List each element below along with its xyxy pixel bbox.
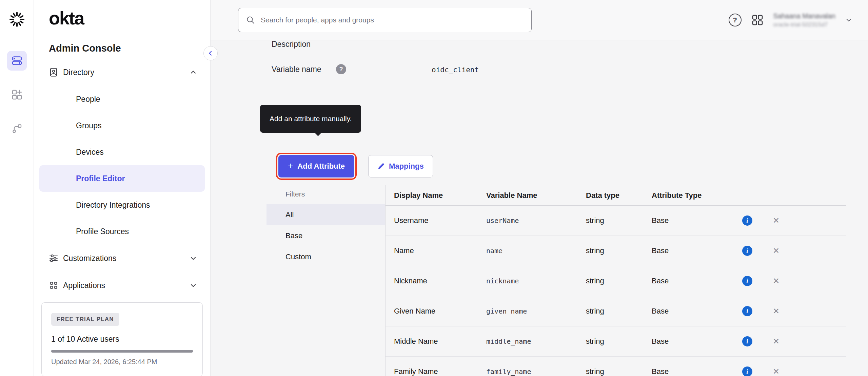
okta-admin-console: okta Admin Console Directory — [0, 0, 868, 376]
trial-updated-timestamp: Updated Mar 24, 2026, 6:25:44 PM — [51, 358, 193, 366]
sidebar-item[interactable]: Profile Sources — [39, 218, 205, 245]
data-type-cell: string — [586, 246, 652, 255]
variable-name-cell: name — [486, 247, 586, 255]
data-type-cell: string — [586, 337, 652, 346]
add-attribute-label: Add Attribute — [297, 162, 345, 171]
attribute-row: Family Name family_name string Base i ✕ — [386, 357, 846, 376]
search-input[interactable] — [261, 16, 524, 24]
data-type-cell: string — [586, 216, 652, 225]
plus-icon: + — [288, 161, 293, 171]
sidebar-item[interactable]: People — [39, 86, 205, 112]
sidebar-item[interactable]: Profile Editor — [39, 165, 205, 192]
table-body: Username userName string Base i ✕ Name n… — [386, 206, 846, 376]
filter-option[interactable]: All — [267, 204, 385, 225]
attribute-row: Name name string Base i ✕ — [386, 236, 846, 266]
filters-panel: Filters All Base Custom — [267, 185, 385, 267]
display-name-cell: Given Name — [394, 307, 486, 316]
data-type-cell: string — [586, 367, 652, 376]
remove-attribute-icon[interactable]: ✕ — [773, 306, 780, 316]
table-header-row: Display Name Variable Name Data type Att… — [386, 185, 846, 206]
column-header: Attribute Type — [652, 191, 742, 200]
info-icon[interactable]: i — [742, 336, 752, 346]
variable-name-label: Variable name — [272, 65, 321, 74]
app-rail — [0, 0, 34, 376]
user-name: Sahaana Manavalan — [773, 12, 835, 20]
sidebar-section-label: Customizations — [63, 254, 116, 263]
display-name-cell: Name — [394, 246, 486, 255]
filter-option[interactable]: Base — [267, 225, 385, 246]
active-users-count: 1 of 10 Active users — [51, 335, 193, 344]
info-icon[interactable]: i — [742, 215, 752, 226]
sidebar-section-customizations[interactable]: Customizations — [34, 245, 210, 272]
sidebar-nav: Directory People Groups Devices — [34, 59, 210, 299]
info-icon[interactable]: i — [742, 306, 752, 316]
description-label: Description — [272, 40, 311, 49]
variable-name-help-icon[interactable]: ? — [336, 64, 346, 74]
attribute-row: Given Name given_name string Base i ✕ — [386, 296, 846, 326]
variable-name-cell: family_name — [486, 368, 586, 376]
section-divider — [265, 96, 845, 96]
mappings-label: Mappings — [389, 162, 424, 171]
okta-spinner-logo[interactable] — [9, 12, 25, 29]
column-header: Display Name — [394, 191, 486, 200]
sidebar-item[interactable]: Groups — [39, 112, 205, 139]
tooltip-text: Add an attribute manually. — [270, 115, 352, 123]
column-header: Data type — [586, 191, 652, 200]
column-header: Variable Name — [486, 191, 586, 200]
display-name-cell: Username — [394, 216, 486, 225]
attributes-table: Display Name Variable Name Data type Att… — [385, 185, 846, 376]
directory-subnav: People Groups Devices Profile Editor — [34, 86, 210, 245]
sidebar-item[interactable]: Devices — [39, 139, 205, 165]
help-icon[interactable]: ? — [729, 14, 742, 26]
okta-wordmark: okta — [34, 0, 210, 29]
chevron-down-icon[interactable] — [846, 17, 852, 23]
variable-name-cell: userName — [486, 217, 586, 225]
sidebar-section-directory[interactable]: Directory — [34, 59, 210, 86]
rail-integrations-icon[interactable] — [7, 119, 27, 138]
attribute-type-cell: Base — [652, 216, 742, 225]
console-title: Admin Console — [34, 43, 210, 54]
info-icon[interactable]: i — [742, 276, 752, 286]
remove-attribute-icon[interactable]: ✕ — [773, 216, 780, 225]
sidebar-item[interactable]: Directory Integrations — [39, 192, 205, 218]
data-type-cell: string — [586, 277, 652, 285]
pencil-icon — [377, 163, 385, 170]
info-icon[interactable]: i — [742, 246, 752, 256]
filter-option[interactable]: Custom — [267, 246, 385, 267]
chevron-up-icon — [190, 69, 197, 76]
sidebar-collapse-button[interactable] — [203, 46, 218, 60]
sidebar-section-applications[interactable]: Applications — [34, 272, 210, 299]
remove-attribute-icon[interactable]: ✕ — [773, 246, 780, 255]
attribute-type-cell: Base — [652, 277, 742, 285]
trial-plan-card: FREE TRIAL PLAN 1 of 10 Active users Upd… — [41, 302, 203, 376]
main-area: ? Sahaana Manavalan oracle-trial-502315d… — [211, 0, 868, 376]
mappings-button[interactable]: Mappings — [368, 155, 433, 177]
attribute-type-cell: Base — [652, 246, 742, 255]
customizations-icon — [49, 253, 58, 263]
info-icon[interactable]: i — [742, 366, 752, 376]
chevron-left-icon — [207, 50, 214, 57]
app-switcher-icon[interactable] — [752, 14, 763, 26]
display-name-cell: Middle Name — [394, 337, 486, 346]
user-menu[interactable]: Sahaana Manavalan oracle-trial-502315d7 — [773, 12, 835, 28]
sidebar-item-label: People — [76, 95, 100, 104]
remove-attribute-icon[interactable]: ✕ — [773, 276, 780, 285]
rail-admin-console-icon[interactable] — [7, 51, 27, 71]
applications-icon — [49, 281, 58, 290]
filter-option-label: All — [285, 210, 294, 219]
topbar-right: ? Sahaana Manavalan oracle-trial-502315d… — [729, 12, 852, 28]
sidebar-item-label: Directory Integrations — [76, 201, 150, 210]
remove-attribute-icon[interactable]: ✕ — [773, 337, 780, 346]
chevron-down-icon — [190, 282, 197, 289]
remove-attribute-icon[interactable]: ✕ — [773, 367, 780, 376]
sidebar-item-label: Profile Editor — [76, 174, 125, 183]
data-type-cell: string — [586, 307, 652, 316]
add-attribute-tooltip: Add an attribute manually. — [260, 105, 361, 133]
attribute-row: Middle Name middle_name string Base i ✕ — [386, 326, 846, 357]
rail-add-apps-icon[interactable] — [7, 85, 27, 105]
sidebar: okta Admin Console Directory — [34, 0, 211, 376]
global-search[interactable] — [238, 8, 532, 32]
filter-option-label: Custom — [285, 252, 311, 261]
filters-title: Filters — [267, 185, 385, 204]
add-attribute-button[interactable]: + Add Attribute — [278, 155, 354, 177]
